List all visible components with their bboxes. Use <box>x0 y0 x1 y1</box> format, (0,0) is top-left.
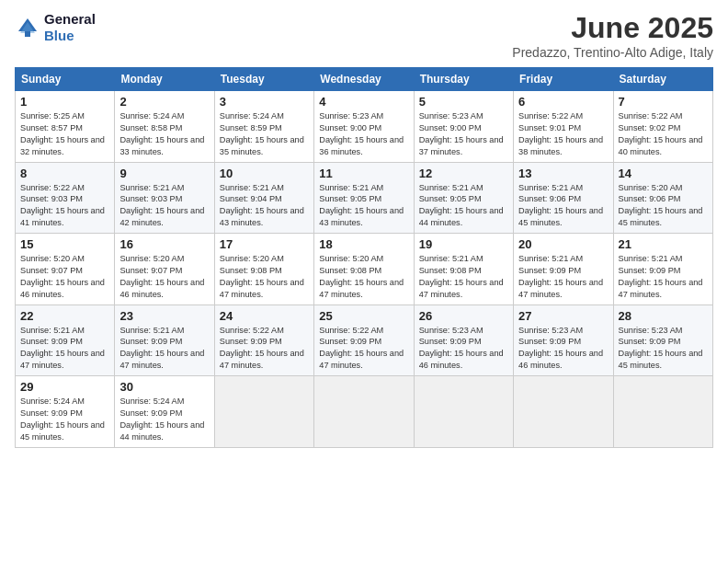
header-row: Sunday Monday Tuesday Wednesday Thursday… <box>16 68 713 91</box>
calendar-cell: 10Sunrise: 5:21 AMSunset: 9:04 PMDayligh… <box>214 162 313 234</box>
day-number: 19 <box>419 237 508 251</box>
cell-info: Sunrise: 5:21 AMSunset: 9:09 PMDaylight:… <box>619 253 708 301</box>
cell-info: Sunrise: 5:20 AMSunset: 9:08 PMDaylight:… <box>220 253 309 301</box>
calendar-cell: 23Sunrise: 5:21 AMSunset: 9:09 PMDayligh… <box>115 304 214 376</box>
cell-info: Sunrise: 5:23 AMSunset: 9:09 PMDaylight:… <box>518 325 608 373</box>
day-number: 23 <box>119 309 209 323</box>
calendar-cell: 6Sunrise: 5:22 AMSunset: 9:01 PMDaylight… <box>514 91 613 163</box>
day-number: 28 <box>619 309 708 323</box>
calendar-cell <box>414 376 513 448</box>
cell-info: Sunrise: 5:20 AMSunset: 9:07 PMDaylight:… <box>20 253 109 301</box>
col-tuesday: Tuesday <box>214 68 313 91</box>
day-number: 5 <box>419 95 508 109</box>
cell-info: Sunrise: 5:21 AMSunset: 9:05 PMDaylight:… <box>419 182 508 230</box>
calendar-cell: 29Sunrise: 5:24 AMSunset: 9:09 PMDayligh… <box>16 376 115 448</box>
cell-info: Sunrise: 5:21 AMSunset: 9:08 PMDaylight:… <box>419 253 508 301</box>
day-number: 27 <box>518 309 608 323</box>
cell-info: Sunrise: 5:22 AMSunset: 9:09 PMDaylight:… <box>220 325 309 373</box>
cell-info: Sunrise: 5:22 AMSunset: 9:01 PMDaylight:… <box>518 110 608 158</box>
col-saturday: Saturday <box>613 68 712 91</box>
calendar-cell: 11Sunrise: 5:21 AMSunset: 9:05 PMDayligh… <box>314 162 414 234</box>
calendar-cell: 27Sunrise: 5:23 AMSunset: 9:09 PMDayligh… <box>514 304 613 376</box>
subtitle: Predazzo, Trentino-Alto Adige, Italy <box>512 45 713 60</box>
day-number: 21 <box>619 237 708 251</box>
logo-text: General Blue <box>44 11 96 44</box>
cell-info: Sunrise: 5:23 AMSunset: 9:09 PMDaylight:… <box>619 325 708 373</box>
col-thursday: Thursday <box>414 68 513 91</box>
day-number: 13 <box>518 167 608 180</box>
cell-info: Sunrise: 5:24 AMSunset: 9:09 PMDaylight:… <box>119 396 209 443</box>
cell-info: Sunrise: 5:21 AMSunset: 9:05 PMDaylight:… <box>319 182 408 230</box>
week-row-2: 8Sunrise: 5:22 AMSunset: 9:03 PMDaylight… <box>16 162 713 234</box>
calendar-cell: 12Sunrise: 5:21 AMSunset: 9:05 PMDayligh… <box>414 162 513 234</box>
cell-info: Sunrise: 5:23 AMSunset: 9:00 PMDaylight:… <box>419 110 508 158</box>
day-number: 10 <box>220 167 309 180</box>
day-number: 16 <box>119 237 209 251</box>
calendar-cell: 25Sunrise: 5:22 AMSunset: 9:09 PMDayligh… <box>314 304 414 376</box>
calendar-cell: 8Sunrise: 5:22 AMSunset: 9:03 PMDaylight… <box>16 162 115 234</box>
day-number: 4 <box>319 95 408 109</box>
day-number: 12 <box>419 167 508 180</box>
cell-info: Sunrise: 5:20 AMSunset: 9:08 PMDaylight:… <box>319 253 408 301</box>
col-sunday: Sunday <box>16 68 115 91</box>
calendar-cell: 26Sunrise: 5:23 AMSunset: 9:09 PMDayligh… <box>414 304 513 376</box>
day-number: 25 <box>319 309 408 323</box>
calendar-cell: 21Sunrise: 5:21 AMSunset: 9:09 PMDayligh… <box>613 234 712 305</box>
calendar-cell <box>214 376 313 448</box>
calendar-cell: 2Sunrise: 5:24 AMSunset: 8:58 PMDaylight… <box>115 91 214 163</box>
calendar-cell: 13Sunrise: 5:21 AMSunset: 9:06 PMDayligh… <box>514 162 613 234</box>
day-number: 18 <box>319 237 408 251</box>
cell-info: Sunrise: 5:22 AMSunset: 9:02 PMDaylight:… <box>619 110 708 158</box>
cell-info: Sunrise: 5:21 AMSunset: 9:09 PMDaylight:… <box>518 253 608 301</box>
cell-info: Sunrise: 5:22 AMSunset: 9:09 PMDaylight:… <box>319 325 408 373</box>
week-row-1: 1Sunrise: 5:25 AMSunset: 8:57 PMDaylight… <box>16 91 713 163</box>
calendar-cell: 30Sunrise: 5:24 AMSunset: 9:09 PMDayligh… <box>115 376 214 448</box>
calendar-cell: 20Sunrise: 5:21 AMSunset: 9:09 PMDayligh… <box>514 234 613 305</box>
calendar-cell: 7Sunrise: 5:22 AMSunset: 9:02 PMDaylight… <box>613 91 712 163</box>
day-number: 30 <box>119 380 209 394</box>
calendar-cell: 24Sunrise: 5:22 AMSunset: 9:09 PMDayligh… <box>214 304 313 376</box>
calendar-cell: 4Sunrise: 5:23 AMSunset: 9:00 PMDaylight… <box>314 91 414 163</box>
cell-info: Sunrise: 5:24 AMSunset: 8:59 PMDaylight:… <box>220 110 309 158</box>
day-number: 17 <box>220 237 309 251</box>
title-block: June 2025 Predazzo, Trentino-Alto Adige,… <box>512 11 713 60</box>
cell-info: Sunrise: 5:20 AMSunset: 9:07 PMDaylight:… <box>119 253 209 301</box>
cell-info: Sunrise: 5:25 AMSunset: 8:57 PMDaylight:… <box>20 110 109 158</box>
calendar-cell: 16Sunrise: 5:20 AMSunset: 9:07 PMDayligh… <box>115 234 214 305</box>
week-row-5: 29Sunrise: 5:24 AMSunset: 9:09 PMDayligh… <box>16 376 713 448</box>
calendar-cell: 28Sunrise: 5:23 AMSunset: 9:09 PMDayligh… <box>613 304 712 376</box>
day-number: 29 <box>20 380 109 394</box>
logo: General Blue <box>15 11 96 44</box>
week-row-3: 15Sunrise: 5:20 AMSunset: 9:07 PMDayligh… <box>16 234 713 305</box>
calendar-cell: 15Sunrise: 5:20 AMSunset: 9:07 PMDayligh… <box>16 234 115 305</box>
day-number: 22 <box>20 309 109 323</box>
logo-icon <box>15 15 40 40</box>
day-number: 15 <box>20 237 109 251</box>
header: General Blue June 2025 Predazzo, Trentin… <box>15 11 713 60</box>
calendar-cell <box>514 376 613 448</box>
day-number: 20 <box>518 237 608 251</box>
cell-info: Sunrise: 5:24 AMSunset: 9:09 PMDaylight:… <box>20 396 109 443</box>
calendar-cell: 5Sunrise: 5:23 AMSunset: 9:00 PMDaylight… <box>414 91 513 163</box>
col-wednesday: Wednesday <box>314 68 414 91</box>
calendar-cell <box>314 376 414 448</box>
calendar-cell: 17Sunrise: 5:20 AMSunset: 9:08 PMDayligh… <box>214 234 313 305</box>
cell-info: Sunrise: 5:21 AMSunset: 9:09 PMDaylight:… <box>119 325 209 373</box>
cell-info: Sunrise: 5:23 AMSunset: 9:00 PMDaylight:… <box>319 110 408 158</box>
week-row-4: 22Sunrise: 5:21 AMSunset: 9:09 PMDayligh… <box>16 304 713 376</box>
calendar-page: General Blue June 2025 Predazzo, Trentin… <box>0 0 728 563</box>
day-number: 14 <box>619 167 708 180</box>
calendar-cell: 1Sunrise: 5:25 AMSunset: 8:57 PMDaylight… <box>16 91 115 163</box>
calendar-cell: 19Sunrise: 5:21 AMSunset: 9:08 PMDayligh… <box>414 234 513 305</box>
svg-rect-3 <box>25 31 30 37</box>
calendar-table: Sunday Monday Tuesday Wednesday Thursday… <box>15 67 713 448</box>
cell-info: Sunrise: 5:23 AMSunset: 9:09 PMDaylight:… <box>419 325 508 373</box>
day-number: 7 <box>619 95 708 109</box>
cell-info: Sunrise: 5:21 AMSunset: 9:06 PMDaylight:… <box>518 182 608 230</box>
cell-info: Sunrise: 5:22 AMSunset: 9:03 PMDaylight:… <box>20 182 109 230</box>
cell-info: Sunrise: 5:21 AMSunset: 9:04 PMDaylight:… <box>220 182 309 230</box>
day-number: 11 <box>319 167 408 180</box>
cell-info: Sunrise: 5:24 AMSunset: 8:58 PMDaylight:… <box>119 110 209 158</box>
day-number: 6 <box>518 95 608 109</box>
calendar-cell: 9Sunrise: 5:21 AMSunset: 9:03 PMDaylight… <box>115 162 214 234</box>
